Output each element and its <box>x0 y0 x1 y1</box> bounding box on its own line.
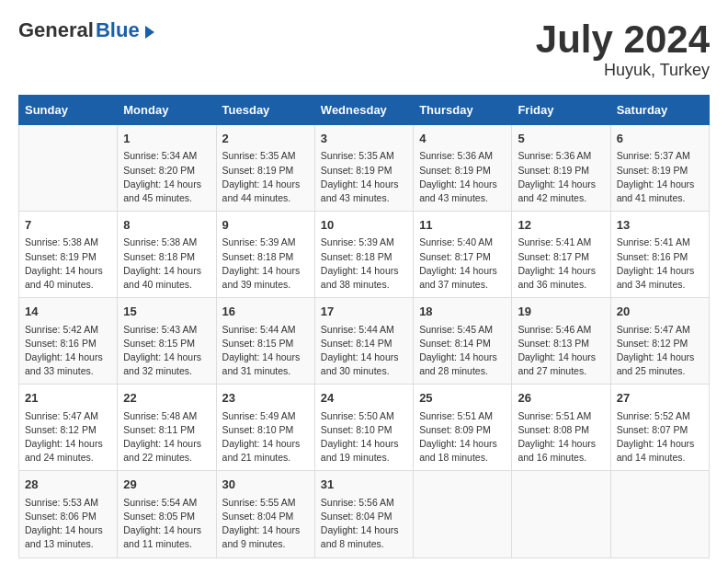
day-info: Sunrise: 5:44 AM Sunset: 8:14 PM Dayligh… <box>321 323 407 379</box>
day-number: 6 <box>617 131 703 147</box>
calendar-table: SundayMondayTuesdayWednesdayThursdayFrid… <box>18 95 710 557</box>
calendar-cell: 13Sunrise: 5:41 AM Sunset: 8:16 PM Dayli… <box>610 212 709 298</box>
day-number: 11 <box>419 217 506 234</box>
day-info: Sunrise: 5:35 AM Sunset: 8:19 PM Dayligh… <box>321 149 407 205</box>
logo-blue: Blue <box>96 18 140 42</box>
day-info: Sunrise: 5:34 AM Sunset: 8:20 PM Dayligh… <box>123 149 210 205</box>
calendar-cell: 15Sunrise: 5:43 AM Sunset: 8:15 PM Dayli… <box>118 298 216 385</box>
day-number: 13 <box>617 217 703 234</box>
calendar-cell: 29Sunrise: 5:54 AM Sunset: 8:05 PM Dayli… <box>118 471 216 557</box>
day-info: Sunrise: 5:53 AM Sunset: 8:06 PM Dayligh… <box>25 496 111 552</box>
calendar-cell: 20Sunrise: 5:47 AM Sunset: 8:12 PM Dayli… <box>610 298 709 385</box>
day-number: 9 <box>222 217 309 234</box>
day-info: Sunrise: 5:56 AM Sunset: 8:04 PM Dayligh… <box>321 496 407 552</box>
calendar-cell: 14Sunrise: 5:42 AM Sunset: 8:16 PM Dayli… <box>19 298 118 385</box>
calendar-cell: 24Sunrise: 5:50 AM Sunset: 8:10 PM Dayli… <box>314 385 413 471</box>
calendar-cell: 11Sunrise: 5:40 AM Sunset: 8:17 PM Dayli… <box>414 212 512 298</box>
day-number: 24 <box>321 390 407 407</box>
day-info: Sunrise: 5:40 AM Sunset: 8:17 PM Dayligh… <box>419 236 506 292</box>
calendar-cell <box>512 471 610 557</box>
day-number: 30 <box>222 477 309 493</box>
day-number: 12 <box>518 217 604 234</box>
day-info: Sunrise: 5:35 AM Sunset: 8:19 PM Dayligh… <box>222 149 309 205</box>
logo-general: General <box>18 18 94 42</box>
calendar-cell: 25Sunrise: 5:51 AM Sunset: 8:09 PM Dayli… <box>414 385 512 471</box>
day-number: 1 <box>123 131 210 147</box>
day-info: Sunrise: 5:54 AM Sunset: 8:05 PM Dayligh… <box>123 496 210 552</box>
day-info: Sunrise: 5:47 AM Sunset: 8:12 PM Dayligh… <box>25 409 111 465</box>
calendar-cell: 6Sunrise: 5:37 AM Sunset: 8:19 PM Daylig… <box>610 125 709 212</box>
page-header: General Blue July 2024 Huyuk, Turkey <box>18 18 710 80</box>
day-number: 25 <box>419 390 506 407</box>
day-number: 5 <box>518 131 604 147</box>
calendar-week-row: 21Sunrise: 5:47 AM Sunset: 8:12 PM Dayli… <box>19 385 710 471</box>
day-number: 27 <box>617 390 703 407</box>
day-info: Sunrise: 5:39 AM Sunset: 8:18 PM Dayligh… <box>222 236 309 292</box>
calendar-cell: 10Sunrise: 5:39 AM Sunset: 8:18 PM Dayli… <box>314 212 413 298</box>
location-subtitle: Huyuk, Turkey <box>536 61 710 80</box>
day-info: Sunrise: 5:39 AM Sunset: 8:18 PM Dayligh… <box>321 236 407 292</box>
calendar-cell: 5Sunrise: 5:36 AM Sunset: 8:19 PM Daylig… <box>512 125 610 212</box>
day-info: Sunrise: 5:47 AM Sunset: 8:12 PM Dayligh… <box>617 323 703 379</box>
calendar-week-row: 28Sunrise: 5:53 AM Sunset: 8:06 PM Dayli… <box>19 471 710 557</box>
calendar-cell: 12Sunrise: 5:41 AM Sunset: 8:17 PM Dayli… <box>512 212 610 298</box>
calendar-cell: 3Sunrise: 5:35 AM Sunset: 8:19 PM Daylig… <box>314 125 413 212</box>
month-title: July 2024 <box>536 18 710 61</box>
day-info: Sunrise: 5:41 AM Sunset: 8:16 PM Dayligh… <box>617 236 703 292</box>
day-info: Sunrise: 5:38 AM Sunset: 8:19 PM Dayligh… <box>25 236 111 292</box>
calendar-cell: 18Sunrise: 5:45 AM Sunset: 8:14 PM Dayli… <box>414 298 512 385</box>
day-number: 19 <box>518 304 604 320</box>
day-number: 8 <box>123 217 210 234</box>
day-header-monday: Monday <box>118 96 216 125</box>
day-info: Sunrise: 5:50 AM Sunset: 8:10 PM Dayligh… <box>321 409 407 465</box>
day-number: 14 <box>25 304 111 320</box>
day-number: 2 <box>222 131 309 147</box>
calendar-cell: 1Sunrise: 5:34 AM Sunset: 8:20 PM Daylig… <box>118 125 216 212</box>
day-number: 10 <box>321 217 407 234</box>
day-number: 29 <box>123 477 210 493</box>
day-header-friday: Friday <box>512 96 610 125</box>
day-number: 16 <box>222 304 309 320</box>
calendar-week-row: 7Sunrise: 5:38 AM Sunset: 8:19 PM Daylig… <box>19 212 710 298</box>
day-number: 28 <box>25 477 111 493</box>
day-number: 31 <box>321 477 407 493</box>
calendar-cell <box>414 471 512 557</box>
calendar-cell: 22Sunrise: 5:48 AM Sunset: 8:11 PM Dayli… <box>118 385 216 471</box>
calendar-cell: 28Sunrise: 5:53 AM Sunset: 8:06 PM Dayli… <box>19 471 118 557</box>
calendar-cell: 19Sunrise: 5:46 AM Sunset: 8:13 PM Dayli… <box>512 298 610 385</box>
day-info: Sunrise: 5:38 AM Sunset: 8:18 PM Dayligh… <box>123 236 210 292</box>
calendar-cell <box>19 125 118 212</box>
calendar-week-row: 14Sunrise: 5:42 AM Sunset: 8:16 PM Dayli… <box>19 298 710 385</box>
day-number: 17 <box>321 304 407 320</box>
calendar-cell: 7Sunrise: 5:38 AM Sunset: 8:19 PM Daylig… <box>19 212 118 298</box>
day-header-sunday: Sunday <box>19 96 118 125</box>
day-info: Sunrise: 5:48 AM Sunset: 8:11 PM Dayligh… <box>123 409 210 465</box>
day-number: 21 <box>25 390 111 407</box>
day-info: Sunrise: 5:51 AM Sunset: 8:08 PM Dayligh… <box>518 409 604 465</box>
day-info: Sunrise: 5:41 AM Sunset: 8:17 PM Dayligh… <box>518 236 604 292</box>
day-number: 4 <box>419 131 506 147</box>
day-number: 20 <box>617 304 703 320</box>
day-number: 22 <box>123 390 210 407</box>
calendar-cell: 2Sunrise: 5:35 AM Sunset: 8:19 PM Daylig… <box>216 125 314 212</box>
calendar-cell: 31Sunrise: 5:56 AM Sunset: 8:04 PM Dayli… <box>314 471 413 557</box>
day-info: Sunrise: 5:42 AM Sunset: 8:16 PM Dayligh… <box>25 323 111 379</box>
day-header-tuesday: Tuesday <box>216 96 314 125</box>
day-header-wednesday: Wednesday <box>314 96 413 125</box>
calendar-week-row: 1Sunrise: 5:34 AM Sunset: 8:20 PM Daylig… <box>19 125 710 212</box>
day-info: Sunrise: 5:45 AM Sunset: 8:14 PM Dayligh… <box>419 323 506 379</box>
calendar-cell: 4Sunrise: 5:36 AM Sunset: 8:19 PM Daylig… <box>414 125 512 212</box>
day-info: Sunrise: 5:55 AM Sunset: 8:04 PM Dayligh… <box>222 496 309 552</box>
day-number: 26 <box>518 390 604 407</box>
day-number: 23 <box>222 390 309 407</box>
calendar-cell: 9Sunrise: 5:39 AM Sunset: 8:18 PM Daylig… <box>216 212 314 298</box>
day-number: 7 <box>25 217 111 234</box>
day-info: Sunrise: 5:46 AM Sunset: 8:13 PM Dayligh… <box>518 323 604 379</box>
calendar-cell: 21Sunrise: 5:47 AM Sunset: 8:12 PM Dayli… <box>19 385 118 471</box>
calendar-cell: 27Sunrise: 5:52 AM Sunset: 8:07 PM Dayli… <box>610 385 709 471</box>
day-info: Sunrise: 5:44 AM Sunset: 8:15 PM Dayligh… <box>222 323 309 379</box>
day-number: 15 <box>123 304 210 320</box>
calendar-header-row: SundayMondayTuesdayWednesdayThursdayFrid… <box>19 96 710 125</box>
day-info: Sunrise: 5:49 AM Sunset: 8:10 PM Dayligh… <box>222 409 309 465</box>
day-info: Sunrise: 5:43 AM Sunset: 8:15 PM Dayligh… <box>123 323 210 379</box>
